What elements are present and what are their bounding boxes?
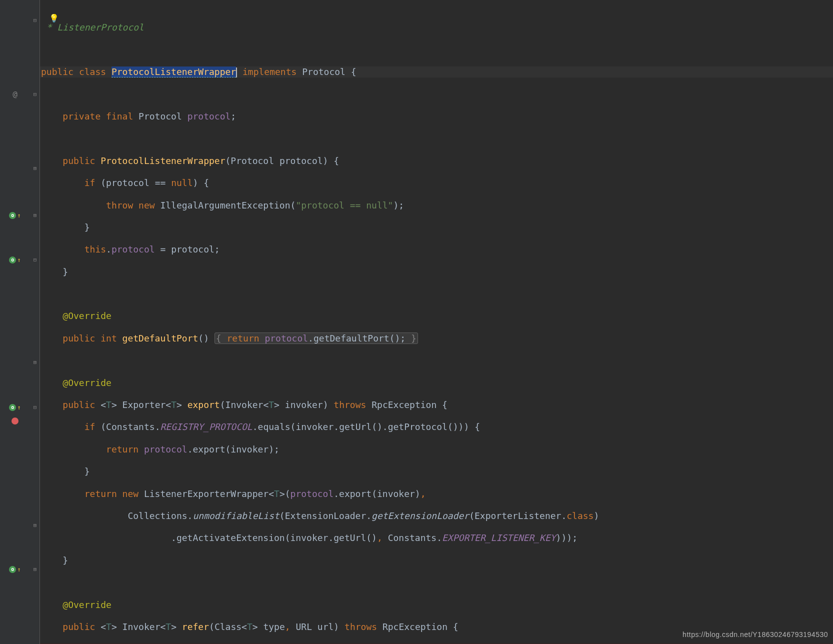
override-up-mark-1[interactable]: o↑ <box>0 210 30 221</box>
caret <box>236 68 237 78</box>
fold-icon[interactable]: ⊞ <box>30 357 40 368</box>
gutter: @ o↑ o↑ o↑ o↑ <box>0 0 30 644</box>
at-annotation-mark: @ <box>0 89 30 100</box>
override-up-mark-3[interactable]: o↑ <box>0 402 30 413</box>
watermark: https://blog.csdn.net/Y18630246793194530 <box>682 629 828 640</box>
folded-body[interactable]: { return protocol.getDefaultPort(); } <box>214 332 418 344</box>
fold-icon[interactable]: ⊞ <box>30 163 40 174</box>
override-up-mark-4[interactable]: o↑ <box>0 564 30 575</box>
editor-container: @ o↑ o↑ o↑ o↑ ⊟ ⊟ ⊞ ⊞ ⊟ ⊞ ⊟ ⊞ ⊞ 💡 * List… <box>0 0 833 644</box>
fold-icon[interactable]: ⊟ <box>30 15 40 26</box>
fold-column: ⊟ ⊟ ⊞ ⊞ ⊟ ⊞ ⊟ ⊞ ⊞ <box>30 0 40 644</box>
intention-bulb-icon[interactable]: 💡 <box>49 13 59 24</box>
fold-icon[interactable]: ⊟ <box>30 89 40 100</box>
class-name-selection[interactable]: ProtocolListenerWrapper <box>112 66 236 78</box>
breakpoint[interactable] <box>0 416 30 426</box>
override-up-mark-2[interactable]: o↑ <box>0 254 30 266</box>
fold-icon[interactable]: ⊟ <box>30 402 40 413</box>
fold-icon[interactable]: ⊟ <box>30 254 40 266</box>
fold-icon[interactable]: ⊞ <box>30 520 40 531</box>
code-area[interactable]: 💡 * ListenerProtocol public class Protoc… <box>40 0 833 644</box>
fold-icon-plus[interactable]: ⊞ <box>30 564 40 575</box>
fold-icon-plus[interactable]: ⊞ <box>30 210 40 221</box>
